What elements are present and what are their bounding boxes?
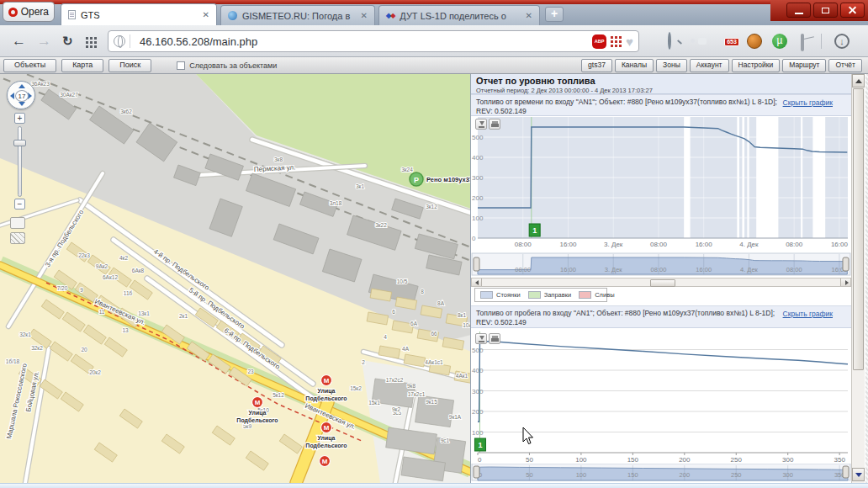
svg-text:М: М [324,424,330,432]
url-field[interactable]: 46.160.56.208/main.php ABP ♥ [108,30,639,52]
svg-text:250: 250 [731,456,743,463]
svg-text:100: 100 [576,471,587,479]
close-tab-icon[interactable]: ✕ [361,11,368,20]
horizontal-scrollbar[interactable] [471,278,851,287]
account-button[interactable]: Аккаунт [690,59,729,72]
new-tab-button[interactable]: + [545,7,564,22]
follow-objects-label: Следовать за объектами [189,61,277,70]
route-button[interactable]: Маршрут [782,59,826,72]
close-tab-icon[interactable]: ✕ [526,11,532,20]
svg-text:32к2: 32к2 [31,345,43,351]
close-button[interactable] [840,3,865,18]
zones-button[interactable]: Зоны [656,59,687,72]
svg-text:200: 200 [680,471,691,479]
bottom-strip [0,483,868,488]
objects-button[interactable]: Объекты [3,59,56,72]
export-chart-icon[interactable] [475,119,487,130]
svg-text:10/5: 10/5 [397,278,408,284]
svg-text:5к12: 5к12 [273,392,284,398]
section-title: Топливо от времени по входу "AN1"; Объек… [476,98,787,106]
svg-text:Улица: Улица [318,388,336,395]
svg-text:6Ак8: 6Ак8 [132,268,145,273]
svg-text:200: 200 [472,194,484,202]
zoom-slider-track[interactable] [18,126,22,197]
channels-button[interactable]: Каналы [615,59,654,72]
svg-text:23: 23 [247,369,254,374]
opera-menu-label: Opera [21,6,49,18]
search-magnifier-icon[interactable] [668,32,671,50]
svg-text:9к8: 9к8 [407,383,415,389]
map-canvas[interactable]: 22к39Ак24к26Ак126Ак87/20911б1113к12к1132… [0,74,471,483]
svg-text:3к62: 3к62 [120,109,132,114]
power-orange-icon[interactable] [747,34,762,49]
url-text[interactable]: 46.160.56.208/main.php [140,35,257,48]
print-chart-icon[interactable] [489,333,500,344]
speed-dial-icon[interactable] [86,37,97,48]
utorrent-icon[interactable]: µ [772,34,787,49]
legend-item-refuels: Заправки [528,291,572,299]
reload-icon[interactable]: ↻ [62,32,73,50]
unbox-icon[interactable] [801,34,804,51]
scrollbar-thumb[interactable] [650,279,675,287]
svg-text:Подбельского: Подбельского [305,443,347,449]
scrollbar-thumb[interactable] [853,88,864,370]
time-range-overview[interactable]: 08:0016:003. Дек08:0016:004. Дек08:0016:… [471,252,851,278]
map-tool-icon[interactable] [10,217,25,229]
svg-text:17к2с2: 17к2с2 [386,377,404,383]
tab-dut[interactable]: ◆◆ ДУТ LS-1D поделитесь о ✕ [378,5,540,25]
zoom-slider-handle[interactable] [13,140,26,146]
favorites-heart-icon[interactable]: ♥ [626,35,633,48]
svg-text:400: 400 [472,367,484,374]
svg-text:3к8: 3к8 [274,156,283,162]
close-tab-icon[interactable]: ✕ [203,10,209,19]
tab-gismeteo[interactable]: GISMETEO.RU: Погода в ✕ [220,5,375,25]
scroll-down-icon[interactable] [852,468,865,481]
mouse-cursor [523,427,533,444]
svg-text:350: 350 [834,456,845,463]
svg-text:200: 200 [472,408,484,416]
map-button[interactable]: Карта [61,59,103,72]
adblock-abp-icon[interactable]: ABP [592,34,606,49]
svg-text:16:00: 16:00 [696,266,712,273]
report-button[interactable]: Отчёт [828,59,862,72]
map-pane[interactable]: 22к39Ак24к26Ак126Ак87/20911б1113к12к1132… [0,74,471,483]
forward-icon[interactable]: → [37,32,51,50]
search-button[interactable]: Поиск [108,59,151,72]
minimize-button[interactable] [786,3,811,18]
follow-objects-checkbox[interactable] [177,61,185,70]
svg-text:2к1: 2к1 [179,313,188,319]
user-button[interactable]: gts37 [581,59,612,72]
scroll-left-icon[interactable] [472,278,482,286]
hide-chart-link[interactable]: Скрыть график [783,98,833,107]
back-icon[interactable]: ← [12,32,26,50]
drains-swatch [579,291,591,299]
zoom-in-button[interactable]: + [14,113,25,124]
ruler-icon[interactable] [10,232,25,244]
map-pan-control[interactable]: 17 [7,81,35,109]
scroll-right-icon[interactable] [840,278,850,286]
download-icon[interactable]: ↓ [834,34,849,49]
mileage-range-overview[interactable]: 050100150200250300350 [471,464,851,482]
zoom-out-button[interactable]: − [14,199,25,210]
tab-gts[interactable]: GTS ✕ [61,3,217,25]
fuel-vs-mileage-chart[interactable]: 1002003004005000501001502002503003501 [471,330,851,463]
fuel-vs-time-chart[interactable]: 08:0016:003. Дек08:0016:004. Дек08:0016:… [471,115,851,251]
svg-text:Р: Р [414,176,419,184]
svg-text:100: 100 [575,456,587,463]
svg-text:30Ак27: 30Ак27 [60,92,78,98]
report-vertical-scrollbar[interactable] [851,74,865,483]
red-grid-icon[interactable] [611,36,622,47]
svg-text:15к1: 15к1 [368,400,380,406]
svg-text:300: 300 [782,456,794,463]
print-chart-icon[interactable] [489,119,500,130]
restore-button[interactable] [813,3,838,18]
settings-button[interactable]: Настройки [732,59,781,72]
hide-chart-link[interactable]: Скрыть график [783,310,833,318]
export-chart-icon[interactable] [475,333,487,344]
dut-favicon: ◆◆ [386,12,394,19]
scroll-up-icon[interactable] [852,74,865,88]
svg-text:08:00: 08:00 [650,241,668,248]
svg-text:Улица: Улица [249,410,267,416]
opera-menu-button[interactable]: Opera [3,2,55,22]
svg-text:9к2: 9к2 [392,406,400,412]
